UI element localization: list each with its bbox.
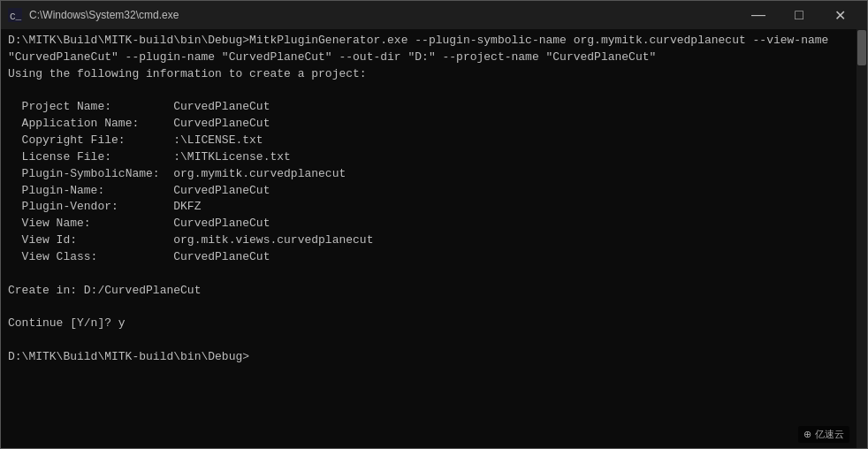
- watermark-text: 亿速云: [815, 428, 844, 441]
- close-button[interactable]: ✕: [819, 1, 860, 29]
- watermark-symbol: ⊕: [803, 429, 811, 440]
- cmd-icon: C_: [8, 8, 22, 22]
- maximize-button[interactable]: □: [779, 1, 819, 29]
- title-bar-controls: — □ ✕: [738, 1, 860, 29]
- terminal-body[interactable]: D:\MITK\Build\MITK-build\bin\Debug>MitkP…: [1, 29, 867, 448]
- title-bar-text: C:\Windows\System32\cmd.exe: [29, 9, 738, 21]
- minimize-button[interactable]: —: [738, 1, 779, 29]
- title-bar: C_ C:\Windows\System32\cmd.exe — □ ✕: [1, 1, 867, 29]
- scrollbar[interactable]: [857, 29, 867, 448]
- svg-text:C_: C_: [10, 11, 22, 22]
- cmd-window: C_ C:\Windows\System32\cmd.exe — □ ✕ D:\…: [0, 0, 868, 449]
- scrollbar-thumb: [857, 30, 866, 65]
- terminal-content: D:\MITK\Build\MITK-build\bin\Debug>MitkP…: [8, 33, 860, 366]
- watermark: ⊕ 亿速云: [798, 426, 849, 443]
